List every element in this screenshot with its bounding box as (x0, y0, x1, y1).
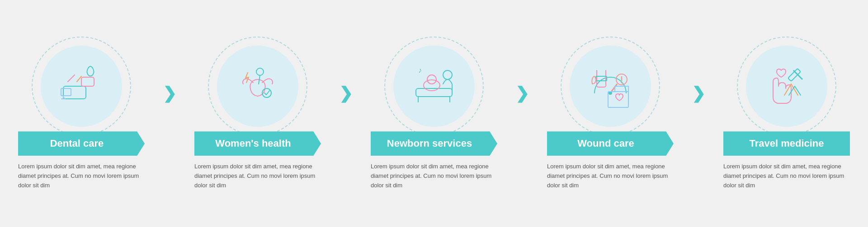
solid-circle-womens (217, 46, 298, 127)
item-dental: Dental care Lorem ipsum dolor sit dim am… (5, 37, 158, 190)
solid-circle-dental (41, 46, 122, 127)
label-text-travel: Travel medicine (749, 138, 824, 149)
desc-dental: Lorem ipsum dolor sit dim amet, mea regi… (18, 162, 145, 190)
chevron-3: ❯ (511, 84, 533, 103)
svg-point-12 (424, 80, 440, 91)
desc-wound: Lorem ipsum dolor sit dim amet, mea regi… (547, 162, 674, 190)
label-dental: Dental care (18, 131, 145, 156)
label-text-newborn: Newborn services (387, 138, 472, 149)
item-womens: Women's health Lorem ipsum dolor sit dim… (181, 37, 335, 190)
svg-rect-9 (416, 88, 452, 97)
chevron-icon-2: ❯ (339, 84, 353, 103)
newborn-icon: ♪ (407, 59, 461, 113)
chevron-icon-1: ❯ (163, 84, 176, 103)
chevron-2: ❯ (335, 84, 357, 103)
chevron-icon-3: ❯ (515, 84, 529, 103)
solid-circle-wound (570, 46, 651, 127)
svg-text:♪: ♪ (418, 66, 422, 74)
svg-rect-1 (81, 77, 94, 86)
circle-travel (737, 37, 836, 136)
circle-dental (32, 37, 131, 136)
chevron-icon-4: ❯ (692, 84, 705, 103)
label-travel: Travel medicine (723, 131, 850, 156)
desc-newborn: Lorem ipsum dolor sit dim amet, mea regi… (371, 162, 497, 190)
svg-point-20 (621, 82, 623, 83)
svg-point-7 (256, 68, 264, 75)
svg-point-14 (443, 70, 452, 79)
label-text-womens: Women's health (215, 138, 291, 149)
desc-womens: Lorem ipsum dolor sit dim amet, mea regi… (194, 162, 321, 190)
item-travel: Travel medicine Lorem ipsum dolor sit di… (710, 37, 863, 190)
womens-icon (231, 59, 285, 113)
svg-rect-4 (61, 88, 71, 96)
travel-icon (760, 59, 814, 113)
label-womens: Women's health (194, 131, 321, 156)
desc-travel: Lorem ipsum dolor sit dim amet, mea regi… (723, 162, 850, 190)
label-text-wound: Wound care (577, 138, 634, 149)
label-newborn: Newborn services (371, 131, 497, 156)
item-wound: Wound care Lorem ipsum dolor sit dim ame… (533, 37, 687, 190)
svg-line-3 (77, 76, 81, 82)
circle-newborn: ♪ (384, 37, 484, 136)
infographic: Dental care Lorem ipsum dolor sit dim am… (5, 5, 863, 222)
label-wound: Wound care (547, 131, 674, 156)
circle-wound (561, 37, 660, 136)
label-text-dental: Dental care (50, 138, 104, 149)
solid-circle-travel (746, 46, 827, 127)
svg-line-2 (68, 75, 75, 82)
item-newborn: ♪ Newborn services Lorem ipsum dolor sit… (357, 37, 511, 190)
chevron-1: ❯ (158, 84, 181, 103)
chevron-4: ❯ (687, 84, 710, 103)
circle-womens (208, 37, 307, 136)
solid-circle-newborn: ♪ (393, 46, 475, 127)
wound-icon (583, 59, 637, 113)
dental-icon (54, 59, 108, 113)
